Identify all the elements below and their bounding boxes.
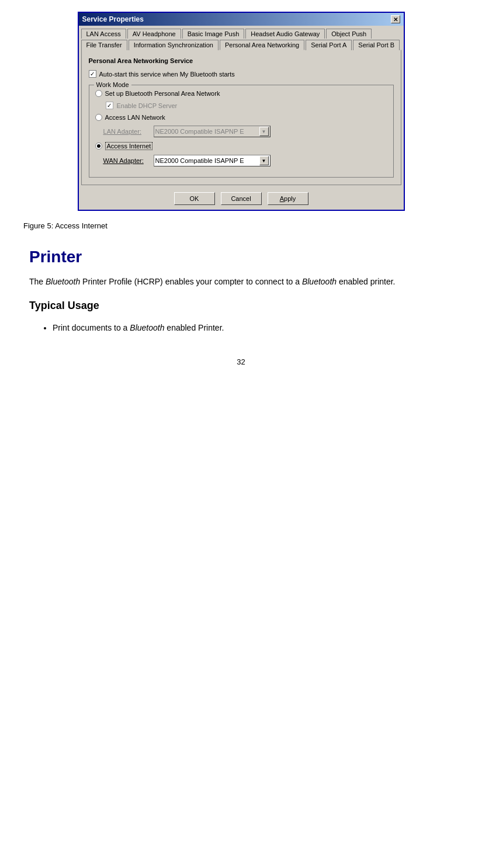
wan-adapter-dropdown[interactable]: NE2000 Compatible ISAPNP E ▼ bbox=[154, 155, 271, 166]
radio-internet-row: Access Internet bbox=[95, 142, 387, 150]
tab-info-sync[interactable]: Information Synchronization bbox=[129, 40, 219, 50]
dhcp-checkbox[interactable] bbox=[106, 102, 113, 109]
dialog-titlebar: Service Properties ✕ bbox=[79, 13, 404, 26]
tab-av-headphone[interactable]: AV Headphone bbox=[127, 29, 181, 39]
radio-lan-row: Access LAN Network bbox=[95, 114, 387, 121]
tab-serial-port-b[interactable]: Serial Port B bbox=[353, 40, 400, 50]
tab-lan-access[interactable]: LAN Access bbox=[81, 29, 126, 39]
apply-button[interactable]: Apply bbox=[268, 192, 308, 205]
tab-file-transfer[interactable]: File Transfer bbox=[81, 40, 127, 50]
dialog-buttons: OK Cancel Apply bbox=[79, 188, 404, 210]
dialog-content: Personal Area Networking Service Auto-st… bbox=[81, 50, 401, 185]
radio-internet[interactable] bbox=[95, 143, 102, 150]
tab-serial-port-a[interactable]: Serial Port A bbox=[306, 40, 352, 50]
printer-heading: Printer bbox=[29, 248, 453, 266]
bluetooth-italic-3: Bluetooth bbox=[130, 323, 164, 332]
printer-body: The Bluetooth Printer Profile (HCRP) ena… bbox=[29, 276, 453, 288]
groupbox-label: Work Mode bbox=[94, 81, 131, 88]
wan-adapter-row: WAN Adapter: NE2000 Compatible ISAPNP E … bbox=[103, 155, 387, 166]
tab-headset-audio-gateway[interactable]: Headset Audio Gateway bbox=[245, 29, 325, 39]
bullet-list: Print documents to a Bluetooth enabled P… bbox=[53, 321, 453, 334]
dialog-box: Service Properties ✕ LAN Access AV Headp… bbox=[78, 12, 405, 211]
radio-setup[interactable] bbox=[95, 90, 102, 97]
dhcp-row: Enable DHCP Server bbox=[106, 102, 387, 109]
screenshot-wrapper: Service Properties ✕ LAN Access AV Headp… bbox=[23, 12, 459, 211]
wan-adapter-arrow[interactable]: ▼ bbox=[259, 156, 269, 165]
ok-button[interactable]: OK bbox=[174, 192, 215, 205]
radio-setup-label: Set up Bluetooth Personal Area Network bbox=[105, 90, 220, 97]
radio-lan-label: Access LAN Network bbox=[105, 114, 165, 121]
close-button[interactable]: ✕ bbox=[391, 15, 400, 23]
autostart-label: Auto-start this service when My Bluetoot… bbox=[99, 71, 235, 78]
lan-adapter-dropdown: NE2000 Compatible ISAPNP E ▼ bbox=[154, 126, 271, 137]
radio-internet-label: Access Internet bbox=[105, 142, 153, 150]
tab-object-push[interactable]: Object Push bbox=[326, 29, 372, 39]
bluetooth-italic-1: Bluetooth bbox=[46, 277, 80, 286]
radio-setup-row: Set up Bluetooth Personal Area Network bbox=[95, 90, 387, 97]
lan-adapter-row: LAN Adapter: NE2000 Compatible ISAPNP E … bbox=[103, 126, 387, 137]
dhcp-label: Enable DHCP Server bbox=[117, 102, 178, 109]
tab-personal-area-networking[interactable]: Personal Area Networking bbox=[220, 40, 304, 50]
lan-adapter-value: NE2000 Compatible ISAPNP E bbox=[155, 128, 244, 135]
bluetooth-italic-2: Bluetooth bbox=[302, 277, 337, 286]
lan-adapter-arrow: ▼ bbox=[259, 127, 269, 136]
main-content: Printer The Bluetooth Printer Profile (H… bbox=[23, 248, 459, 366]
figure-caption: Figure 5: Access Internet bbox=[23, 221, 459, 230]
lan-adapter-label: LAN Adapter: bbox=[103, 128, 150, 135]
workmode-groupbox: Work Mode Set up Bluetooth Personal Area… bbox=[89, 85, 394, 178]
radio-lan[interactable] bbox=[95, 114, 102, 121]
wan-adapter-label: WAN Adapter: bbox=[103, 157, 150, 164]
autostart-checkbox[interactable] bbox=[89, 70, 96, 78]
list-item: Print documents to a Bluetooth enabled P… bbox=[53, 321, 453, 334]
wan-adapter-value: NE2000 Compatible ISAPNP E bbox=[155, 157, 244, 164]
page-number: 32 bbox=[29, 357, 453, 366]
cancel-button[interactable]: Cancel bbox=[221, 192, 262, 205]
typical-usage-heading: Typical Usage bbox=[29, 300, 453, 312]
dialog-title: Service Properties bbox=[82, 15, 144, 23]
tabs-container: LAN Access AV Headphone Basic Image Push… bbox=[79, 26, 404, 50]
content-section-title: Personal Area Networking Service bbox=[89, 57, 394, 64]
tab-basic-image-push[interactable]: Basic Image Push bbox=[182, 29, 245, 39]
autostart-row: Auto-start this service when My Bluetoot… bbox=[89, 70, 394, 78]
